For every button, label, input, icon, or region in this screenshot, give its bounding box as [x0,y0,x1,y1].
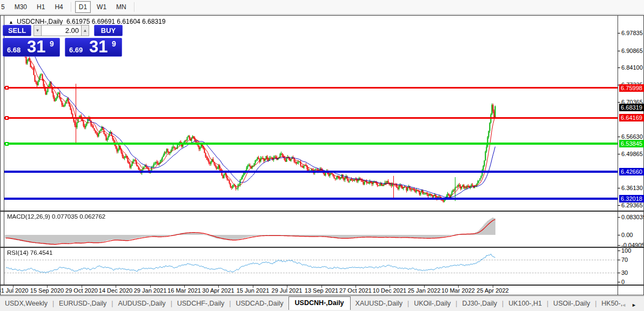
timeframe-button-H1[interactable]: H1 [33,1,49,13]
trading-app-window: 5M30H1H4D1W1MN ▲USDCNH-,Daily 6.61975 6.… [0,0,644,311]
rsi-dateaxis-separator [1,285,643,286]
price-axis-tick [618,51,620,51]
one-click-trade-panel: SELL ▼ 2.00 ▲ BUY 6.68 31 9 6.69 31 9 [3,25,123,57]
horizontal-level-line[interactable] [4,171,618,173]
macd-axis-tick [618,217,620,218]
date-axis-label: 25 Apr 2022 [477,287,508,294]
price-axis-tick-label: 6.49865 [621,151,643,157]
price-axis-tick [618,67,620,68]
symbol-tab-ukoil-daily[interactable]: UKOil-,Daily [409,298,455,310]
sell-price-integer: 6.68 [7,46,21,54]
current-price-badge: 6.68319 [619,104,644,111]
level-price-badge: 6.53845 [619,140,644,147]
symbol-tab-uk100-h1[interactable]: UK100-,H1 [504,298,547,310]
macd-axis-tick [618,235,620,235]
symbol-tab-usoil-daily[interactable]: USOil-,Daily [548,298,595,310]
rsi-pane-canvas[interactable] [0,248,618,285]
timeframe-button-D1[interactable]: D1 [75,1,91,13]
date-axis-label: 31 Jul 2020 [0,287,28,294]
date-axis-label: 13 Sep 2021 [305,287,338,294]
symbol-tab-bar: USDX,Weekly|EURUSD-,Daily|AUDUSD-,Daily|… [0,296,644,310]
rsi-axis-tick-label: 30 [621,269,628,276]
price-axis-tick [618,137,620,137]
symbol-tab-dj30-daily[interactable]: DJ30-,Daily [457,298,502,310]
horizontal-level-line[interactable] [4,198,618,200]
sell-button[interactable]: SELL [3,25,31,36]
timeframe-button-5[interactable]: 5 [0,1,9,13]
symbol-tab-eurusd-daily[interactable]: EURUSD-,Daily [54,298,111,310]
volume-input[interactable]: 2.00 [41,25,82,36]
level-price-badge: 6.75998 [619,84,644,92]
horizontal-level-line[interactable] [4,117,618,119]
date-axis-label: 15 Sep 2020 [30,287,64,294]
price-axis-tick [618,205,620,206]
symbol-tab-usdcad-daily[interactable]: USDCAD-,Daily [231,298,288,310]
toolbar-separator [71,2,71,12]
date-axis-label: 30 Apr 2021 [202,287,234,294]
level-price-badge: 6.64169 [619,114,644,121]
buy-price-pips: 31 [89,37,108,57]
sell-quote-button[interactable]: 6.68 31 9 [3,38,60,57]
date-axis-label: 16 Mar 2021 [167,287,201,294]
symbol-tab-audusd-daily[interactable]: AUDUSD-,Daily [113,298,170,310]
symbol-tab-usdx-weekly[interactable]: USDX,Weekly [0,298,52,310]
rsi-axis-tick [618,260,620,260]
date-axis-label: 25 Jan 2022 [408,287,441,294]
rsi-axis-tick [618,282,620,282]
date-axis-label: 27 Oct 2021 [339,287,372,294]
date-axis-label: 10 Mar 2022 [441,287,475,294]
rsi-axis-tick [618,251,620,251]
sell-price-point: 9 [50,39,54,48]
price-macd-separator[interactable] [1,211,643,212]
macd-axis-tick [618,245,620,246]
timeframe-button-H4[interactable]: H4 [51,1,66,13]
horizontal-level-line[interactable] [4,87,618,89]
tab-scroll-left-icon[interactable]: ◄ [621,302,632,308]
symbol-tab-xauusd-daily[interactable]: XAUUSD-,Daily [351,298,408,310]
tab-scroll-right-icon[interactable]: ► [632,302,642,308]
chart-title: ▲USDCNH-,Daily 6.61975 6.69691 6.61604 6… [9,18,165,25]
date-axis-label: 15 Jun 2021 [237,287,270,294]
level-price-badge: 6.42660 [619,168,644,175]
toolbar-separator [134,2,135,12]
price-axis-tick-label: 6.90865 [621,48,643,54]
level-line-handle[interactable] [5,116,9,120]
buy-price-integer: 6.69 [69,46,83,54]
buy-button[interactable]: BUY [94,25,123,36]
macd-indicator-label: MACD(12,26,9) 0.077035 0.062762 [7,213,105,220]
horizontal-level-line[interactable] [4,143,618,145]
macd-rsi-separator[interactable] [1,247,643,248]
price-axis-tick-label: 6.29365 [621,202,643,208]
price-axis-tick [618,102,620,103]
symbol-tab-usdcnh-daily[interactable]: USDCNH-,Daily [289,296,351,310]
timeframe-button-W1[interactable]: W1 [93,1,110,13]
level-line-handle[interactable] [5,86,9,90]
collapse-triangle-icon[interactable]: ▲ [9,19,14,25]
date-axis-label: 29 Jan 2021 [134,287,167,294]
buy-quote-button[interactable]: 6.69 31 9 [65,38,122,57]
price-axis-tick [618,188,620,188]
timeframe-button-MN[interactable]: MN [112,1,130,13]
timeframe-button-M30[interactable]: M30 [11,1,31,13]
symbol-tab-usdchf-daily[interactable]: USDCHF-,Daily [172,298,230,310]
rsi-axis-tick-label: 70 [621,256,628,263]
date-axis-label: 14 Dec 2020 [99,287,132,294]
sell-price-pips: 31 [27,37,45,57]
date-axis-label: 29 Jul 2021 [272,287,303,294]
chart-ohlc-values: 6.61975 6.69691 6.61604 6.68319 [66,18,166,25]
tab-scroll-arrows: ◄► [621,302,642,308]
price-axis-tick [618,33,620,33]
date-axis-label: 10 Dec 2021 [373,287,406,294]
volume-increase-button[interactable]: ▲ [81,25,89,36]
rsi-axis-tick-label: 100 [621,247,631,254]
buy-price-point: 9 [112,39,116,48]
price-axis-tick-label: 6.36130 [621,185,643,191]
level-line-handle[interactable] [5,142,9,146]
macd-axis-tick-label: 0.083039 [621,214,644,220]
timeframe-toolbar: 5M30H1H4D1W1MN [0,0,644,15]
price-axis-tick-label: 6.56630 [621,133,643,140]
date-axis-label: 29 Oct 2020 [65,287,98,294]
volume-decrease-button[interactable]: ▼ [33,25,42,36]
rsi-axis-tick [618,273,620,273]
rsi-indicator-label: RSI(14) 76.4541 [7,249,52,256]
